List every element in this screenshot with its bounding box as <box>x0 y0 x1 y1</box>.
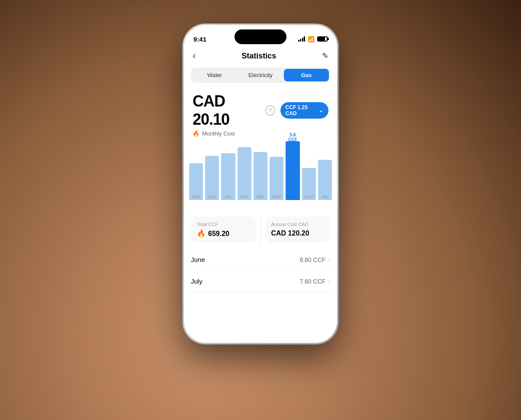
bar-col-june[interactable]: June <box>302 141 316 200</box>
bar-col-may[interactable]: 5.8CCFMay <box>286 141 299 200</box>
bar-month-label: May <box>289 194 297 199</box>
tabs-container: Water Electricity Gas <box>191 68 330 83</box>
list-section: June 8.80 CCF › July 7.60 CCF › <box>184 249 337 292</box>
bar-col-nov[interactable]: Nov <box>189 141 203 200</box>
list-item-value-july: 7.60 CCF <box>299 278 325 285</box>
scene: 9:41 📶 <box>0 0 521 420</box>
bar-april <box>270 157 283 200</box>
stats-cards: Total CCF 🔥 659.20 Annual Cost CAD CAD 1… <box>191 216 330 243</box>
unit-badge-text: CCF 1.25 CAD <box>286 104 317 116</box>
phone-screen: 9:41 📶 <box>184 25 337 343</box>
bar-dec <box>205 156 219 200</box>
chevron-right-icon-2: › <box>328 278 330 285</box>
edit-button[interactable]: ✎ <box>322 51 328 61</box>
back-button[interactable]: ‹ <box>193 50 196 61</box>
chevron-down-icon: ⌄ <box>319 107 323 113</box>
bar-month-label: June <box>304 194 314 199</box>
annual-cost-row: CAD 120.20 <box>271 229 325 237</box>
list-item-name-june: June <box>191 256 205 263</box>
flame-icon-2: 🔥 <box>197 229 206 238</box>
list-item-value-june: 8.80 CCF <box>299 256 325 263</box>
list-item-july[interactable]: July 7.60 CCF › <box>191 271 330 292</box>
amount-row: CAD 20.10 ? CCF 1.25 CAD ⌄ <box>193 92 328 129</box>
flame-icon: 🔥 <box>193 130 199 137</box>
amount-section: CAD 20.10 ? CCF 1.25 CAD ⌄ 🔥 Monthly Cos… <box>184 88 337 137</box>
bar-month-label: Jan <box>225 194 232 199</box>
bar-col-jan[interactable]: Jan <box>221 141 235 200</box>
monthly-label-text: Monthly Cost <box>202 130 235 137</box>
phone-device: 9:41 📶 <box>183 24 338 344</box>
phone-shell: 9:41 📶 <box>183 24 338 344</box>
nav-bar: ‹ Statistics ✎ <box>184 47 337 66</box>
bar-chart: NovDecJanFebMarApril5.8CCFMayJuneJuly <box>189 141 332 210</box>
app-content: ‹ Statistics ✎ Water Electricity Gas CAD… <box>184 47 337 292</box>
bar-col-mar[interactable]: Mar <box>254 141 267 200</box>
bar-col-dec[interactable]: Dec <box>205 141 219 200</box>
page-title: Statistics <box>241 52 276 61</box>
bar-col-feb[interactable]: Feb <box>238 141 251 200</box>
stat-card-annual-cost: Annual Cost CAD CAD 120.20 <box>265 216 331 243</box>
bar-month-label: July <box>321 194 329 199</box>
dynamic-island <box>235 29 286 44</box>
signal-icon <box>298 36 306 42</box>
total-ccf-label: Total CCF <box>197 222 250 227</box>
annual-cost-label: Annual Cost CAD <box>271 222 325 227</box>
battery-icon <box>317 36 328 42</box>
unit-badge[interactable]: CCF 1.25 CAD ⌄ <box>280 102 328 119</box>
tab-water[interactable]: Water <box>192 69 237 81</box>
wifi-icon: 📶 <box>308 36 315 42</box>
annual-cost-value: CAD 120.20 <box>271 229 309 237</box>
help-button[interactable]: ? <box>265 105 275 116</box>
bar-may <box>286 141 299 200</box>
chevron-right-icon: › <box>328 256 330 263</box>
status-time: 9:41 <box>193 36 206 43</box>
list-item[interactable]: June 8.80 CCF › <box>191 249 330 271</box>
bar-jan <box>221 153 235 200</box>
list-item-name-july: July <box>191 278 203 285</box>
list-item-right-june: 8.80 CCF › <box>299 256 330 263</box>
bar-mar <box>254 152 267 200</box>
stat-card-total-ccf: Total CCF 🔥 659.20 <box>191 216 256 243</box>
bar-month-label: Feb <box>241 194 248 199</box>
status-bar: 9:41 📶 <box>184 25 337 47</box>
amount-value: CAD 20.10 <box>193 92 260 129</box>
monthly-label: 🔥 Monthly Cost <box>193 130 328 137</box>
bar-month-label: Dec <box>208 194 216 199</box>
list-item-right-july: 7.60 CCF › <box>299 278 330 285</box>
total-ccf-value: 659.20 <box>208 230 229 238</box>
bar-col-july[interactable]: July <box>318 141 332 200</box>
tab-gas[interactable]: Gas <box>284 69 329 81</box>
bar-label-selected: 5.8CCF <box>288 132 297 142</box>
total-ccf-row: 🔥 659.20 <box>197 229 250 238</box>
bar-month-label: April <box>272 194 281 199</box>
tab-electricity[interactable]: Electricity <box>238 69 283 81</box>
status-icons: 📶 <box>298 36 328 42</box>
bar-feb <box>238 147 251 200</box>
bar-col-april[interactable]: April <box>270 141 283 200</box>
stats-divider <box>260 216 261 243</box>
bar-month-label: Nov <box>192 194 200 199</box>
bar-month-label: Mar <box>257 194 264 199</box>
chart-section: NovDecJanFebMarApril5.8CCFMayJuneJuly <box>184 141 337 210</box>
